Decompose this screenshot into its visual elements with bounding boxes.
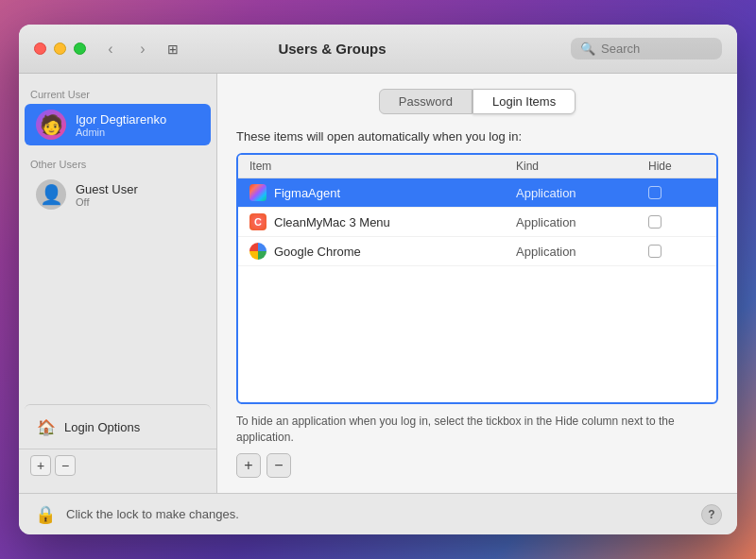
hide-checkbox-chrome[interactable] (648, 245, 662, 258)
sidebar-bottom-bar: + − (19, 449, 216, 482)
bottom-buttons: + − (236, 453, 718, 478)
add-item-button[interactable]: + (236, 453, 261, 478)
footer: 🔒 Click the lock to make changes. ? (19, 493, 737, 534)
traffic-lights (34, 42, 86, 55)
add-user-button[interactable]: + (30, 455, 51, 476)
item-name-figma: FigmaAgent (274, 186, 340, 200)
table-row[interactable]: C CleanMyMac 3 Menu Application (238, 208, 716, 237)
item-name-cleanmymac: CleanMyMac 3 Menu (274, 215, 390, 229)
other-users-label: Other Users (19, 155, 216, 174)
user-name-guest: Guest User (76, 182, 138, 196)
avatar-igor: 🧑 (36, 110, 66, 140)
cleanmymac-icon: C (249, 213, 266, 230)
close-button[interactable] (34, 42, 46, 55)
lock-icon[interactable]: 🔒 (34, 503, 57, 526)
item-kind-chrome: Application (516, 245, 648, 259)
search-bar[interactable]: 🔍 (571, 38, 722, 59)
item-name-chrome: Google Chrome (274, 245, 361, 259)
users-groups-window: ‹ › ⊞ Users & Groups 🔍 Current User 🧑 Ig… (19, 25, 737, 534)
hint-text: To hide an application when you log in, … (236, 414, 718, 446)
window-title: Users & Groups (94, 41, 571, 57)
figma-icon (249, 184, 266, 201)
footer-text: Click the lock to make changes. (66, 507, 692, 521)
table-body: FigmaAgent Application C CleanMyMac 3 Me… (238, 178, 716, 367)
user-role-igor: Admin (76, 127, 166, 138)
col-header-item: Item (249, 160, 516, 173)
table-header: Item Kind Hide (238, 155, 716, 178)
table-row[interactable]: Google Chrome Application (238, 237, 716, 266)
maximize-button[interactable] (74, 42, 86, 55)
main-panel: Password Login Items These items will op… (217, 74, 737, 493)
avatar-guest: 👤 (36, 179, 66, 210)
user-name-igor: Igor Degtiarenko (76, 112, 166, 127)
login-options-text: Login Options (64, 420, 140, 434)
description-text: These items will open automatically when… (236, 129, 718, 144)
hide-checkbox-figma[interactable] (648, 186, 662, 199)
col-header-hide: Hide (648, 160, 705, 173)
tab-bar: Password Login Items (236, 89, 718, 114)
user-role-guest: Off (76, 196, 138, 208)
user-info-igor: Igor Degtiarenko Admin (76, 112, 166, 138)
search-icon: 🔍 (580, 42, 595, 56)
col-header-kind: Kind (516, 160, 648, 173)
user-item-guest[interactable]: 👤 Guest User Off (25, 174, 211, 215)
remove-item-button[interactable]: − (266, 453, 291, 478)
content-area: Current User 🧑 Igor Degtiarenko Admin Ot… (19, 74, 737, 493)
item-kind-cleanmymac: Application (516, 215, 648, 229)
help-button[interactable]: ? (701, 504, 722, 525)
item-cell-chrome: Google Chrome (249, 243, 516, 260)
user-item-igor[interactable]: 🧑 Igor Degtiarenko Admin (25, 104, 211, 145)
titlebar: ‹ › ⊞ Users & Groups 🔍 (19, 25, 737, 74)
tab-password[interactable]: Password (379, 89, 472, 114)
table-row[interactable]: FigmaAgent Application (238, 178, 716, 208)
minimize-button[interactable] (54, 42, 66, 55)
house-icon: 🏠 (36, 416, 57, 437)
remove-user-button[interactable]: − (55, 455, 76, 476)
search-input[interactable] (601, 42, 713, 56)
item-cell-cleanmymac: C CleanMyMac 3 Menu (249, 213, 516, 230)
hide-checkbox-cleanmymac[interactable] (648, 215, 662, 229)
login-options-item[interactable]: 🏠 Login Options (25, 404, 211, 445)
tab-login-items[interactable]: Login Items (472, 89, 576, 114)
chrome-icon (249, 243, 266, 260)
item-kind-figma: Application (516, 186, 648, 200)
user-info-guest: Guest User Off (76, 182, 138, 208)
current-user-label: Current User (19, 85, 216, 104)
sidebar: Current User 🧑 Igor Degtiarenko Admin Ot… (19, 74, 217, 493)
item-cell-figma: FigmaAgent (249, 184, 516, 201)
login-items-table: Item Kind Hide FigmaAgent Application (236, 153, 718, 404)
